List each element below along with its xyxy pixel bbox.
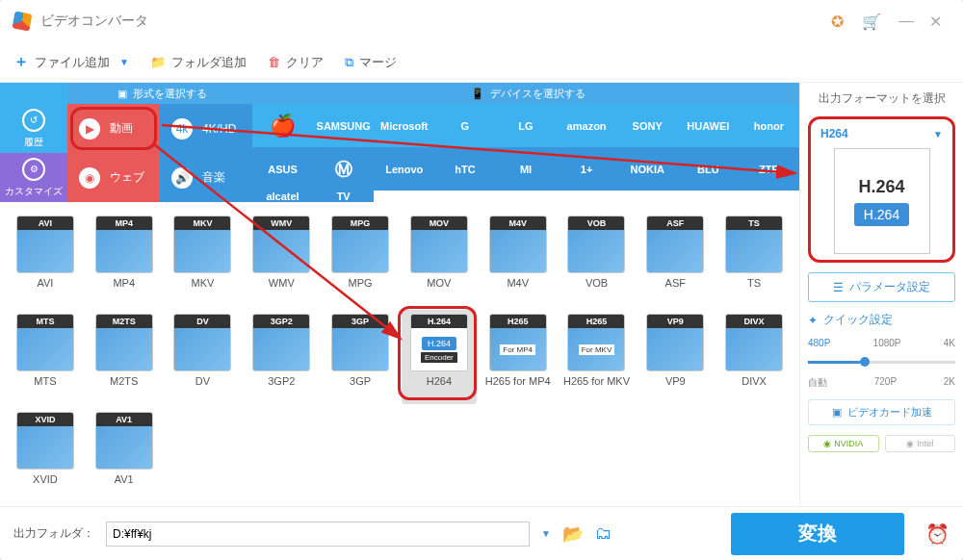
format-tag: H.264 (411, 315, 467, 328)
format-tag: AV1 (96, 413, 152, 426)
open-folder-icon[interactable]: 📂 (562, 523, 584, 545)
brand-microsoft[interactable]: Microsoft (374, 104, 434, 147)
browse-icon[interactable]: 🗂 (595, 523, 612, 544)
gear-icon: ⚙ (22, 158, 45, 181)
sidebar-history[interactable]: ↺履歴 (0, 104, 67, 153)
format-tag: H265 (490, 315, 546, 328)
output-folder-input[interactable] (106, 522, 530, 547)
format-tag: MKV (174, 216, 230, 230)
format-mts[interactable]: MTSMTS (8, 310, 83, 404)
output-format-thumb: H.264 H.264 (834, 148, 930, 254)
format-label: MTS (34, 375, 56, 387)
tab-select-device[interactable]: 📱デバイスを選択する (256, 83, 799, 104)
device-icon: 📱 (471, 88, 484, 100)
key-icon[interactable]: ✪ (822, 7, 851, 36)
format-m4v[interactable]: M4VM4V (481, 212, 556, 306)
format-tag: H265 (568, 315, 624, 328)
format-mov[interactable]: MOVMOV (402, 212, 477, 306)
add-folder-button[interactable]: 📁フォルダ追加 (150, 54, 247, 71)
format-divx[interactable]: DIVXDIVX (716, 310, 792, 404)
brand-lenovo[interactable]: Lenovo (374, 147, 434, 191)
brand-samsung[interactable]: SAMSUNG (313, 104, 374, 147)
brand-mi[interactable]: MI (495, 147, 556, 191)
folder-icon: 📁 (150, 55, 166, 69)
format-label: 3GP2 (268, 375, 295, 387)
gpu-nvidia[interactable]: ◉NVIDIA (808, 435, 879, 452)
format-wmv[interactable]: WMVWMV (244, 212, 319, 306)
format-mkv[interactable]: MKVMKV (166, 212, 241, 306)
category-audio[interactable]: 🔊音楽 (160, 153, 252, 202)
format-label: H265 for MKV (563, 375, 630, 387)
close-button[interactable]: ✕ (921, 7, 950, 36)
brand-huawei[interactable]: HUAWEI (678, 104, 739, 147)
brand-honor[interactable]: honor (739, 104, 799, 147)
category-web[interactable]: ◉ウェブ (67, 153, 160, 202)
format-label: AVI (37, 277, 53, 289)
add-file-button[interactable]: ＋ファイル追加▼ (13, 52, 129, 72)
format-label: VP9 (665, 375, 686, 387)
format-ts[interactable]: TSTS (716, 212, 792, 306)
format-label: M4V (507, 277, 529, 289)
brand-alcatel[interactable]: alcatel (252, 191, 313, 202)
format-tag: DIVX (726, 315, 782, 328)
cart-icon[interactable]: 🛒 (857, 7, 886, 36)
resolution-slider[interactable] (808, 361, 955, 364)
format-tag: TS (726, 216, 782, 230)
format-m2ts[interactable]: M2TSM2TS (87, 310, 162, 404)
sidebar-customize[interactable]: ⚙カスタマイズ (0, 153, 67, 202)
tab-select-format[interactable]: ▣形式を選択する (67, 83, 256, 104)
brand-lg[interactable]: LG (495, 104, 556, 147)
brand-nokia[interactable]: NOKIA (617, 147, 678, 191)
format-tag: MPG (332, 216, 388, 230)
format-label: AV1 (115, 473, 134, 485)
format-vob[interactable]: VOBVOB (560, 212, 635, 306)
chip-icon: ▣ (832, 406, 842, 419)
convert-button[interactable]: 変換 (731, 513, 904, 555)
format-h265-for-mp4[interactable]: H265For MP4H265 for MP4 (481, 310, 556, 404)
format-dv[interactable]: DVDV (166, 310, 241, 404)
format-vp9[interactable]: VP9VP9 (638, 310, 713, 404)
brand-htc[interactable]: hTC (434, 147, 495, 191)
category-video[interactable]: ▶動画 (67, 104, 160, 153)
nvidia-icon: ◉ (823, 439, 831, 448)
format-xvid[interactable]: XVIDXVID (8, 408, 83, 502)
category-hd[interactable]: 4k4K/HD (160, 104, 252, 153)
format-mp4[interactable]: MP4MP4 (87, 212, 162, 306)
brand-zte[interactable]: ZTE (739, 147, 799, 191)
brand-logo-0[interactable]: 🍎 (252, 104, 313, 147)
format-h264[interactable]: H.264H.264EncoderH264 (402, 310, 477, 404)
format-avi[interactable]: AVIAVI (8, 212, 83, 306)
history-icon: ↺ (22, 109, 45, 132)
schedule-icon[interactable]: ⏰ (925, 522, 950, 546)
format-tag: M2TS (96, 315, 152, 328)
format-tag: AVI (17, 216, 73, 230)
brand-sony[interactable]: SONY (617, 104, 678, 147)
resolution-row-top: 480P1080P4K (808, 338, 955, 348)
gpu-accel-button[interactable]: ▣ビデオカード加速 (808, 399, 955, 425)
brand-g[interactable]: G (434, 104, 495, 147)
brand-logo-10[interactable]: Ⓜ (313, 147, 374, 191)
format-label: DV (195, 375, 210, 387)
format-label: MPG (349, 277, 373, 289)
brand-amazon[interactable]: amazon (557, 104, 617, 147)
parameter-settings-button[interactable]: ☰パラメータ設定 (808, 272, 955, 302)
sliders-icon: ☰ (833, 281, 844, 294)
clear-button[interactable]: 🗑クリア (268, 54, 324, 71)
chevron-down-icon[interactable]: ▼ (541, 528, 551, 539)
format-mpg[interactable]: MPGMPG (323, 212, 398, 306)
format-3gp2[interactable]: 3GP23GP2 (244, 310, 319, 404)
merge-button[interactable]: ⧉マージ (345, 54, 397, 71)
brand-tv[interactable]: TV (313, 191, 374, 202)
brand-1+[interactable]: 1+ (557, 147, 617, 191)
chrome-icon: ◉ (79, 167, 100, 189)
brand-blu[interactable]: BLU (678, 147, 739, 191)
app-title: ビデオコンバータ (40, 13, 148, 30)
format-av1[interactable]: AV1AV1 (87, 408, 162, 502)
brand-asus[interactable]: ASUS (252, 147, 313, 191)
gpu-intel[interactable]: ◉Intel (885, 435, 956, 452)
minimize-button[interactable]: — (892, 7, 921, 36)
format-h265-for-mkv[interactable]: H265For MKVH265 for MKV (560, 310, 635, 404)
format-asf[interactable]: ASFASF (638, 212, 713, 306)
output-format-dropdown[interactable]: H264▼ (817, 125, 947, 142)
format-3gp[interactable]: 3GP3GP (323, 310, 398, 404)
